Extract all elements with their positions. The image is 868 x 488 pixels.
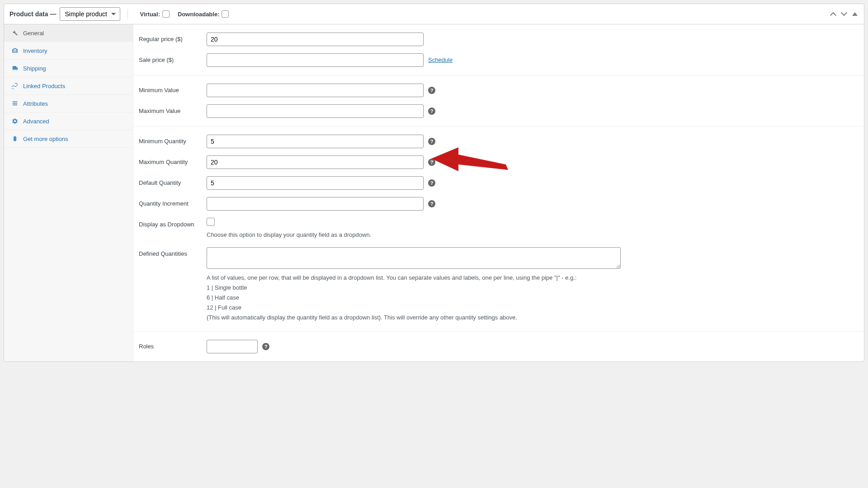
defined-qty-textarea[interactable] [207, 247, 621, 269]
panel-body: General Inventory Shipping Linked Produc… [4, 24, 864, 361]
plugin-icon [11, 135, 19, 142]
link-icon [11, 82, 19, 89]
sidebar-item-inventory[interactable]: Inventory [4, 42, 133, 60]
value-section: Minimum Value Maximum Value [133, 75, 864, 127]
min-value-label: Minimum Value [139, 84, 207, 94]
collapse-icon[interactable] [851, 10, 859, 18]
default-qty-input[interactable] [207, 176, 424, 190]
move-up-icon[interactable] [830, 10, 837, 18]
roles-label: Roles [139, 340, 207, 350]
help-icon[interactable] [262, 343, 269, 350]
list-icon [11, 100, 19, 107]
sidebar-item-get-more-options[interactable]: Get more options [4, 130, 133, 148]
product-type-select[interactable]: Simple product [60, 7, 120, 21]
move-down-icon[interactable] [840, 10, 848, 18]
sidebar-item-general[interactable]: General [4, 24, 133, 42]
help-icon[interactable] [428, 159, 435, 166]
max-value-label: Maximum Value [139, 104, 207, 114]
help-icon[interactable] [428, 200, 435, 207]
default-qty-label: Default Quantity [139, 176, 207, 186]
sidebar-item-attributes[interactable]: Attributes [4, 95, 133, 113]
downloadable-checkbox[interactable] [222, 10, 229, 18]
truck-icon [11, 65, 19, 72]
sidebar-item-label: Linked Products [23, 83, 65, 89]
qty-increment-input[interactable] [207, 197, 424, 211]
regular-price-label: Regular price ($) [139, 33, 207, 42]
max-value-input[interactable] [207, 104, 424, 118]
content-area: Regular price ($) Sale price ($) Schedul… [133, 24, 864, 361]
sidebar-item-advanced[interactable]: Advanced [4, 113, 133, 130]
virtual-label: Virtual: [140, 10, 170, 18]
sidebar-item-linked-products[interactable]: Linked Products [4, 77, 133, 95]
divider [127, 9, 128, 19]
price-section: Regular price ($) Sale price ($) Schedul… [133, 24, 864, 75]
svg-rect-2 [13, 104, 18, 105]
downloadable-label: Downloadable: [178, 10, 229, 18]
display-dropdown-checkbox[interactable] [207, 218, 215, 226]
sidebar-item-label: Advanced [23, 118, 49, 125]
sidebar-item-label: Attributes [23, 100, 48, 107]
sidebar-item-label: Inventory [23, 47, 47, 54]
qty-increment-label: Quantity Increment [139, 197, 207, 207]
max-qty-input[interactable] [207, 155, 424, 169]
help-icon[interactable] [428, 179, 435, 187]
help-icon[interactable] [428, 138, 435, 145]
min-value-input[interactable] [207, 84, 424, 97]
panel-header: Product data — Simple product Virtual: D… [4, 4, 864, 24]
max-qty-label: Maximum Quantity [139, 155, 207, 165]
sidebar-item-label: Get more options [23, 136, 68, 142]
panel-header-actions [830, 10, 859, 18]
help-icon[interactable] [428, 87, 435, 94]
regular-price-input[interactable] [207, 33, 424, 46]
sidebar-item-shipping[interactable]: Shipping [4, 60, 133, 77]
defined-qty-label: Defined Quantities [139, 247, 207, 257]
sale-price-label: Sale price ($) [139, 53, 207, 63]
quantity-section: Minimum Quantity Maximum Quantity Defaul… [133, 127, 864, 332]
virtual-checkbox[interactable] [162, 10, 170, 18]
sidebar: General Inventory Shipping Linked Produc… [4, 24, 133, 361]
min-qty-label: Minimum Quantity [139, 135, 207, 145]
roles-input[interactable] [207, 340, 258, 353]
help-icon[interactable] [428, 108, 435, 115]
sidebar-item-label: General [23, 30, 44, 37]
product-data-panel: Product data — Simple product Virtual: D… [4, 4, 864, 362]
schedule-link[interactable]: Schedule [428, 56, 453, 63]
display-dropdown-label: Display as Dropdown [139, 218, 207, 228]
roles-section: Roles [133, 332, 864, 361]
wrench-icon [11, 29, 19, 37]
min-qty-input[interactable] [207, 135, 424, 148]
sale-price-input[interactable] [207, 53, 424, 67]
panel-title: Product data — [9, 10, 56, 18]
gear-icon [11, 117, 19, 125]
svg-rect-0 [13, 101, 18, 102]
inventory-icon [11, 47, 19, 54]
svg-rect-1 [13, 103, 18, 104]
display-dropdown-desc: Choose this option to display your quant… [207, 230, 424, 240]
defined-qty-desc: A list of values, one per row, that will… [207, 273, 859, 323]
sidebar-item-label: Shipping [23, 65, 46, 72]
